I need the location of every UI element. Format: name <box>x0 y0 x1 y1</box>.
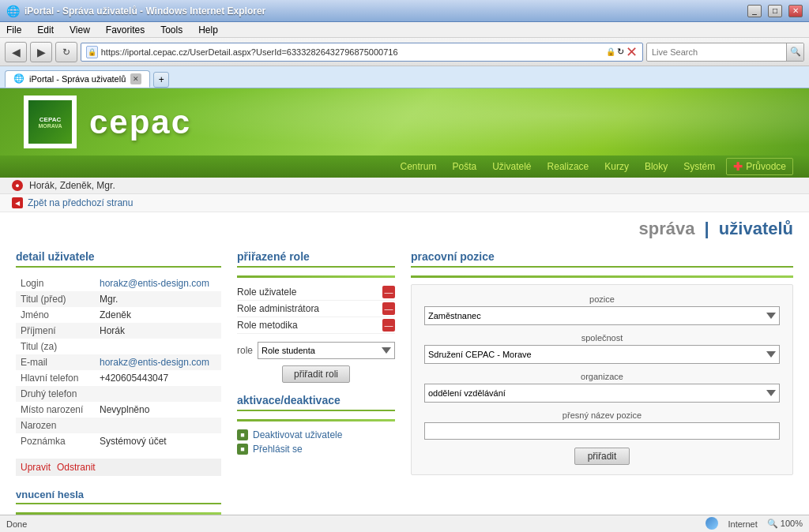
tab-iportal[interactable]: 🌐 iPortal - Správa uživatelů ✕ <box>5 70 150 88</box>
close-button[interactable]: ✕ <box>788 5 803 17</box>
address-bar[interactable]: 🔒 🔒 ↻ ✕ <box>81 43 643 62</box>
nav-posta[interactable]: Pošta <box>445 155 485 178</box>
back-button[interactable]: ◀ <box>5 42 27 62</box>
new-tab-button[interactable]: + <box>153 72 169 88</box>
left-column: detail uživatele Login horakz@entis-desi… <box>16 250 221 515</box>
table-row: Titul (před) Mgr. <box>16 291 221 307</box>
logo-morava: MORAVA <box>38 123 62 129</box>
logo-box: CEPAC MORAVA <box>24 96 77 148</box>
menu-tools[interactable]: Tools <box>157 24 186 36</box>
menu-view[interactable]: View <box>66 24 93 36</box>
page-title-divider: | <box>705 219 714 238</box>
exact-pos-label: přesný název pozice <box>424 410 780 420</box>
position-panel: pozice Zaměstnanec společnost Sdružení C… <box>411 284 793 475</box>
search-input[interactable] <box>647 47 786 57</box>
page-title-prefix: správa <box>639 219 695 238</box>
delete-link[interactable]: Odstranit <box>57 462 96 473</box>
edit-link[interactable]: Upravit <box>21 462 51 473</box>
nav-realizace[interactable]: Realizace <box>540 155 597 178</box>
page-title: správa | uživatelů <box>639 219 794 239</box>
nav-uzivatele[interactable]: Uživatelé <box>484 155 539 178</box>
browser-titlebar: 🌐 iPortal - Správa uživatelů - Windows I… <box>0 0 809 22</box>
field-value-titul-za <box>95 339 221 354</box>
tab-close-button[interactable]: ✕ <box>130 73 141 84</box>
position-select[interactable]: Zaměstnanec <box>424 306 780 325</box>
activation-divider <box>237 419 395 421</box>
nav-guide[interactable]: ✚ Průvodce <box>726 158 793 175</box>
back-bar: ◀ Zpět na předchozí stranu <box>0 194 809 212</box>
forward-button[interactable]: ▶ <box>30 42 52 62</box>
field-label-titul-pred: Titul (před) <box>16 291 95 307</box>
main-content: detail uživatele Login horakz@entis-desi… <box>0 242 809 515</box>
nav-kurzy[interactable]: Kurzy <box>596 155 637 178</box>
company-select[interactable]: Sdružení CEPAC - Morave <box>424 345 780 364</box>
nav-bloky[interactable]: Bloky <box>637 155 675 178</box>
role-row-uzivatel: Role uživatele — <box>237 284 395 301</box>
field-value-birthplace: Nevyplněno <box>95 402 221 418</box>
table-row: Poznámka Systémový účet <box>16 433 221 449</box>
minimize-button[interactable]: _ <box>747 5 762 17</box>
field-value-prijmeni: Horák <box>95 323 221 339</box>
role-label-metodika: Role metodika <box>237 320 298 331</box>
address-input[interactable] <box>101 47 603 57</box>
maximize-button[interactable]: □ <box>768 5 782 17</box>
table-row: Narozen <box>16 418 221 433</box>
role-delete-uzivatel[interactable]: — <box>382 286 395 298</box>
assign-position-button[interactable]: přiřadit <box>574 448 630 465</box>
field-value-titul-pred: Mgr. <box>95 291 221 307</box>
position-section-title: pracovní pozice <box>411 250 793 268</box>
org-label: organizace <box>424 372 780 381</box>
password-section-title: vnucení hesla <box>16 489 221 504</box>
role-assign-row: role Role studenta <box>237 342 395 359</box>
role-delete-metodika[interactable]: — <box>382 319 395 332</box>
search-bar[interactable]: 🔍 <box>646 43 804 62</box>
field-value-login: horakz@entis-design.com <box>95 275 221 291</box>
menu-favorites[interactable]: Favorites <box>103 24 148 36</box>
site-header: CEPAC MORAVA cepac <box>0 88 809 155</box>
refresh-button[interactable]: ↻ <box>55 42 77 62</box>
mid-column: přiřazené role Role uživatele — Role adm… <box>221 250 411 515</box>
menu-help[interactable]: Help <box>195 24 221 36</box>
activation-title: aktivace/deaktivace <box>237 394 395 411</box>
stop-icon[interactable]: ✕ <box>626 43 638 61</box>
field-label-login: Login <box>16 275 95 291</box>
exact-pos-input[interactable] <box>424 422 780 440</box>
right-column: pracovní pozice pozice Zaměstnanec spole… <box>411 250 793 515</box>
deactivate-link-row[interactable]: ■ Deaktivovat uživatele <box>237 428 395 442</box>
nav-system[interactable]: Systém <box>675 155 723 178</box>
site-nav: Centrum Pošta Uživatelé Realizace Kurzy … <box>0 155 809 178</box>
field-value-email: horakz@entis-design.com <box>95 354 221 370</box>
role-delete-administrator[interactable]: — <box>382 302 395 315</box>
ssl-icon: 🔒 <box>606 47 615 56</box>
field-label-phone1: Hlavní telefon <box>16 370 95 386</box>
relogin-link-row[interactable]: ■ Přehlásit se <box>237 442 395 456</box>
site-logo-text: cepac <box>89 103 191 141</box>
browser-title: iPortal - Správa uživatelů - Windows Int… <box>24 6 741 17</box>
deactivate-link[interactable]: Deaktivovat uživatele <box>253 429 342 440</box>
org-row: organizace oddělení vzdělávání <box>424 372 780 403</box>
tab-favicon: 🌐 <box>13 73 24 84</box>
menu-edit[interactable]: Edit <box>34 24 57 36</box>
table-row: Titul (za) <box>16 339 221 354</box>
assign-role-button[interactable]: přiřadit roli <box>282 365 350 383</box>
field-value-phone1: +420605443047 <box>95 370 221 386</box>
back-arrow-icon: ◀ <box>12 197 23 208</box>
reload-icon[interactable]: ↻ <box>617 47 624 57</box>
field-value-born <box>95 418 221 433</box>
table-row: E-mail horakz@entis-design.com <box>16 354 221 370</box>
guide-cross-icon: ✚ <box>733 160 743 173</box>
relogin-link[interactable]: Přehlásit se <box>253 444 303 455</box>
position-label: pozice <box>424 294 780 304</box>
tab-label: iPortal - Správa uživatelů <box>29 74 126 84</box>
menu-file[interactable]: File <box>3 24 24 36</box>
role-select[interactable]: Role studenta <box>258 342 395 359</box>
role-assign-label: role <box>237 345 253 356</box>
back-link[interactable]: Zpět na předchozí stranu <box>28 197 133 208</box>
detail-section-title: detail uživatele <box>16 250 221 268</box>
content-area[interactable]: CEPAC MORAVA cepac Centrum Pošta Uživate… <box>0 88 809 515</box>
search-button[interactable]: 🔍 <box>786 43 803 61</box>
org-select[interactable]: oddělení vzdělávání <box>424 384 780 403</box>
nav-centrum[interactable]: Centrum <box>392 155 444 178</box>
user-bar: ● Horák, Zdeněk, Mgr. <box>0 178 809 194</box>
field-label-jmeno: Jméno <box>16 307 95 323</box>
